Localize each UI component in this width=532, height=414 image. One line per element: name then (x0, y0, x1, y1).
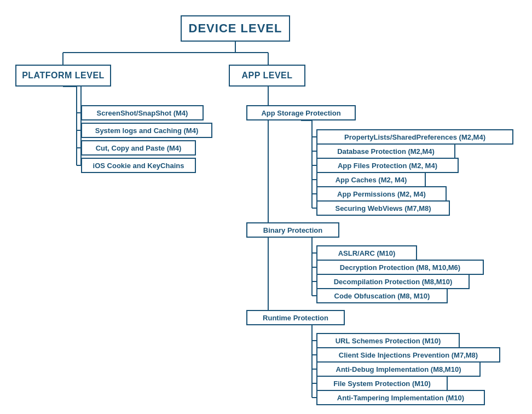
binary-item-3: Code Obfuscation (M8, M10) (316, 288, 448, 303)
app-storage-item-4: App Permissions (M2, M4) (316, 186, 447, 202)
app-storage-item-3: App Caches (M2, M4) (316, 172, 426, 187)
platform-item-2: Cut, Copy and Paste (M4) (81, 140, 196, 156)
platform-item-3: iOS Cookie and KeyChains (81, 158, 196, 173)
app-storage-item-1: Database Protection (M2,M4) (316, 143, 455, 159)
binary-item-2: Decompilation Protection (M8,M10) (316, 274, 470, 289)
app-storage-node: App Storage Protection (246, 105, 356, 120)
platform-item-1: System logs and Caching (M4) (81, 123, 212, 138)
diagram: DEVICE LEVEL PLATFORM LEVEL APP LEVEL Sc… (0, 0, 532, 414)
runtime-item-3: File System Protection (M10) (316, 376, 448, 391)
runtime-node: Runtime Protection (246, 310, 345, 325)
app-storage-item-5: Securing WebViews (M7,M8) (316, 200, 450, 216)
app-node: APP LEVEL (229, 65, 305, 87)
runtime-item-0: URL Schemes Protection (M10) (316, 333, 460, 348)
runtime-item-2: Anti-Debug Implementation (M8,M10) (316, 361, 481, 377)
platform-node: PLATFORM LEVEL (15, 65, 111, 87)
platform-item-0: ScreenShot/SnapShot (M4) (81, 105, 204, 120)
app-storage-item-2: App Files Protection (M2, M4) (316, 158, 459, 173)
app-storage-item-0: PropertyLists/SharedPreferences (M2,M4) (316, 129, 513, 145)
binary-item-0: ASLR/ARC (M10) (316, 245, 417, 261)
binary-node: Binary Protection (246, 222, 339, 238)
root-node: DEVICE LEVEL (181, 15, 290, 42)
runtime-item-1: Client Side Injections Prevention (M7,M8… (316, 347, 500, 363)
runtime-item-4: Anti-Tampering Implementation (M10) (316, 390, 485, 405)
binary-item-1: Decryption Protection (M8, M10,M6) (316, 260, 484, 275)
